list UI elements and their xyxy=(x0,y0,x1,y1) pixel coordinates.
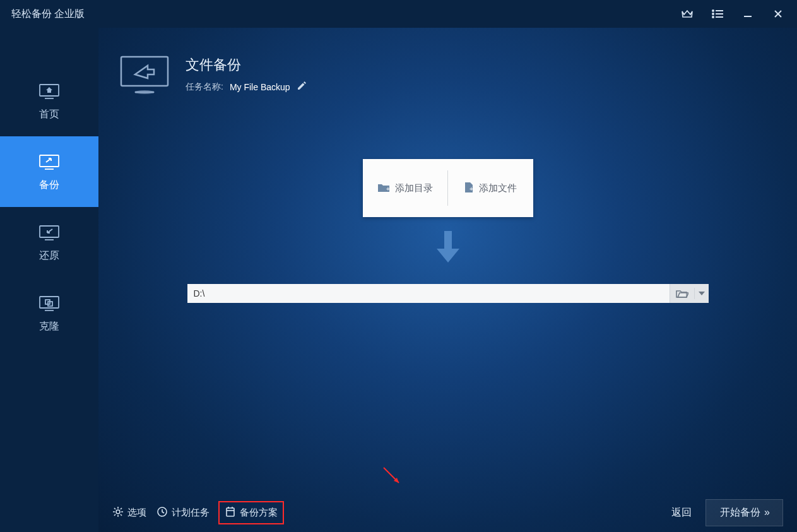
schedule-label: 计划任务 xyxy=(172,507,210,519)
add-directory-button[interactable]: + 添加目录 xyxy=(363,159,448,217)
app-window: 轻松备份 企业版 xyxy=(0,0,797,532)
sidebar-item-label: 首页 xyxy=(39,108,59,121)
page-header: 文件备份 任务名称: My File Backup xyxy=(98,28,797,96)
schedule-button[interactable]: 计划任务 xyxy=(156,506,210,519)
crown-icon[interactable] xyxy=(680,6,695,21)
footer-left: 选项 计划任务 备份方案 xyxy=(112,502,283,523)
sidebar-item-backup[interactable]: 备份 xyxy=(0,136,98,207)
browse-folder-button[interactable] xyxy=(670,284,694,303)
destination-path-input[interactable] xyxy=(187,284,670,303)
menu-list-icon[interactable] xyxy=(710,6,725,21)
start-backup-label: 开始备份 xyxy=(720,506,760,519)
sidebar-item-label: 还原 xyxy=(39,249,59,263)
home-monitor-icon xyxy=(38,81,60,100)
flow-arrow-icon xyxy=(433,228,463,268)
task-name-value: My File Backup xyxy=(230,82,290,92)
sidebar-item-label: 备份 xyxy=(39,179,59,192)
destination-row xyxy=(187,284,709,303)
back-button[interactable]: 返回 xyxy=(671,506,692,519)
svg-point-4 xyxy=(712,16,714,18)
chevron-right-icon: » xyxy=(764,507,769,518)
main-area: 文件备份 任务名称: My File Backup + xyxy=(98,28,797,532)
file-plus-icon: + xyxy=(464,182,474,195)
svg-rect-11 xyxy=(40,155,59,167)
sidebar: 首页 备份 xyxy=(0,28,98,532)
svg-text:+: + xyxy=(386,186,390,192)
app-title: 轻松备份 企业版 xyxy=(11,8,85,21)
task-name-label: 任务名称: xyxy=(186,81,223,93)
sidebar-item-clone[interactable]: 克隆 xyxy=(0,278,98,348)
restore-monitor-icon xyxy=(38,223,60,242)
sidebar-item-label: 克隆 xyxy=(39,320,59,333)
backup-monitor-icon xyxy=(38,152,60,171)
app-body: 首页 备份 xyxy=(0,28,797,532)
svg-point-0 xyxy=(712,10,714,11)
svg-rect-28 xyxy=(227,508,234,516)
clone-monitor-icon xyxy=(38,293,60,312)
task-name-row: 任务名称: My File Backup xyxy=(186,81,307,93)
gear-icon xyxy=(112,506,124,519)
page-title: 文件备份 xyxy=(186,56,307,74)
titlebar-actions xyxy=(680,6,786,21)
svg-point-21 xyxy=(134,90,155,94)
clock-icon xyxy=(156,506,168,519)
folder-plus-icon: + xyxy=(377,182,390,194)
svg-point-26 xyxy=(116,510,120,514)
sidebar-item-home[interactable]: 首页 xyxy=(0,66,98,136)
scheme-label: 备份方案 xyxy=(240,507,278,519)
minimize-button[interactable] xyxy=(740,6,755,21)
edit-icon[interactable] xyxy=(297,81,307,93)
scheme-icon xyxy=(225,506,236,519)
close-button[interactable] xyxy=(770,6,786,21)
add-directory-label: 添加目录 xyxy=(395,182,433,194)
titlebar: 轻松备份 企业版 xyxy=(0,0,797,28)
center-area: + 添加目录 + 添加文件 xyxy=(98,96,797,493)
svg-rect-19 xyxy=(121,57,168,86)
footer: 选项 计划任务 备份方案 xyxy=(98,493,797,532)
svg-rect-24 xyxy=(444,231,452,249)
sidebar-item-restore[interactable]: 还原 xyxy=(0,207,98,278)
svg-point-2 xyxy=(712,13,714,15)
header-texts: 文件备份 任务名称: My File Backup xyxy=(186,53,307,93)
options-label: 选项 xyxy=(127,507,146,519)
backup-scheme-button[interactable]: 备份方案 xyxy=(220,502,283,523)
add-file-button[interactable]: + 添加文件 xyxy=(447,170,533,206)
options-button[interactable]: 选项 xyxy=(112,506,146,519)
destination-dropdown-button[interactable] xyxy=(695,284,709,303)
start-backup-button[interactable]: 开始备份 » xyxy=(705,499,783,526)
footer-right: 返回 开始备份 » xyxy=(671,499,783,526)
svg-text:+: + xyxy=(469,186,473,192)
file-backup-hero-icon xyxy=(117,53,172,96)
source-panel: + 添加目录 + 添加文件 xyxy=(363,159,533,217)
destination-actions xyxy=(670,284,709,303)
add-file-label: 添加文件 xyxy=(479,182,517,194)
